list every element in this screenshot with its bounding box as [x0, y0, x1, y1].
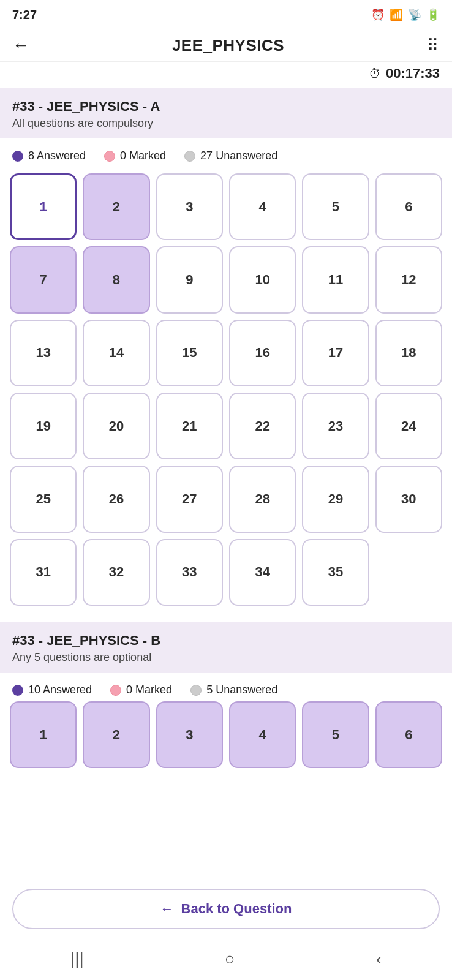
question-btn-1[interactable]: 1 [10, 173, 77, 240]
b-question-btn-5[interactable]: 5 [302, 701, 369, 768]
b-question-btn-3[interactable]: 3 [156, 701, 223, 768]
question-btn-21[interactable]: 21 [156, 393, 223, 459]
question-btn-30[interactable]: 30 [375, 466, 442, 532]
b-unanswered-label: 5 Unanswered [206, 684, 277, 696]
answered-dot [12, 151, 23, 162]
question-btn-12[interactable]: 12 [375, 246, 442, 313]
b-marked-stat: 0 Marked [110, 684, 172, 696]
alarm-icon: ⏰ [371, 8, 385, 21]
battery-icon: 🔋 [426, 8, 440, 21]
section-a-grid: 1234567891011121314151617181920212223242… [0, 173, 452, 616]
question-btn-13[interactable]: 13 [10, 320, 77, 386]
question-btn-9[interactable]: 9 [156, 246, 223, 313]
unanswered-label: 27 Unanswered [200, 149, 277, 162]
b-unanswered-dot [190, 685, 202, 696]
section-a-title: #33 - JEE_PHYSICS - A [12, 99, 440, 115]
question-btn-23[interactable]: 23 [302, 393, 369, 459]
question-btn-34[interactable]: 34 [229, 539, 296, 606]
nav-bar: ||| ○ ‹ [0, 938, 452, 980]
marked-dot [104, 151, 115, 162]
answered-stat: 8 Answered [12, 149, 86, 162]
answered-label: 8 Answered [28, 149, 86, 162]
section-b-header: #33 - JEE_PHYSICS - B Any 5 questions ar… [0, 622, 452, 673]
b-unanswered-stat: 5 Unanswered [190, 684, 277, 696]
b-question-btn-6[interactable]: 6 [375, 701, 442, 768]
question-btn-35[interactable]: 35 [302, 539, 369, 606]
b-marked-label: 0 Marked [126, 684, 172, 696]
question-btn-4[interactable]: 4 [229, 173, 296, 240]
section-b-stats: 10 Answered 0 Marked 5 Unanswered [0, 673, 452, 701]
question-btn-11[interactable]: 11 [302, 246, 369, 313]
status-icons: ⏰ 📶 📡 🔋 [371, 8, 440, 21]
b-marked-dot [110, 685, 121, 696]
b-answered-stat: 10 Answered [12, 684, 92, 696]
marked-label: 0 Marked [120, 149, 166, 162]
question-btn-28[interactable]: 28 [229, 466, 296, 532]
question-btn-17[interactable]: 17 [302, 320, 369, 386]
page-title: JEE_PHYSICS [172, 36, 284, 55]
question-btn-20[interactable]: 20 [83, 393, 149, 459]
section-b-title: #33 - JEE_PHYSICS - B [12, 633, 440, 649]
timer-icon: ⏱ [369, 67, 381, 81]
question-btn-22[interactable]: 22 [229, 393, 296, 459]
b-answered-dot [12, 685, 23, 696]
question-btn-16[interactable]: 16 [229, 320, 296, 386]
question-btn-2[interactable]: 2 [83, 173, 149, 240]
marked-stat: 0 Marked [104, 149, 166, 162]
section-b-grid: 123456 [0, 701, 452, 778]
status-time: 7:27 [12, 8, 37, 22]
question-btn-6[interactable]: 6 [375, 173, 442, 240]
question-btn-18[interactable]: 18 [375, 320, 442, 386]
b-question-btn-4[interactable]: 4 [229, 701, 296, 768]
section-b-subtitle: Any 5 questions are optional [12, 651, 440, 664]
unanswered-dot [184, 151, 195, 162]
back-label: Back to Question [181, 901, 292, 917]
question-btn-29[interactable]: 29 [302, 466, 369, 532]
section-a-subtitle: All questions are compulsory [12, 117, 440, 130]
wifi-icon: 📶 [390, 8, 403, 21]
question-btn-8[interactable]: 8 [83, 246, 149, 313]
question-btn-7[interactable]: 7 [10, 246, 77, 313]
timer-value: 00:17:33 [386, 66, 440, 81]
menu-button[interactable]: ⠿ [427, 36, 440, 55]
question-btn-27[interactable]: 27 [156, 466, 223, 532]
nav-recent-apps[interactable]: ||| [58, 947, 96, 971]
question-btn-15[interactable]: 15 [156, 320, 223, 386]
question-btn-14[interactable]: 14 [83, 320, 149, 386]
unanswered-stat: 27 Unanswered [184, 149, 277, 162]
status-bar: 7:27 ⏰ 📶 📡 🔋 [0, 0, 452, 29]
section-a-header: #33 - JEE_PHYSICS - A All questions are … [0, 88, 452, 138]
back-button[interactable]: ← [12, 36, 29, 55]
nav-home[interactable]: ○ [213, 947, 247, 971]
b-question-btn-2[interactable]: 2 [83, 701, 149, 768]
header: ← JEE_PHYSICS ⠿ [0, 29, 452, 62]
b-answered-label: 10 Answered [28, 684, 92, 696]
nav-back[interactable]: ‹ [364, 947, 394, 971]
signal-icon: 📡 [408, 8, 421, 21]
section-a-stats: 8 Answered 0 Marked 27 Unanswered [0, 138, 452, 173]
question-btn-5[interactable]: 5 [302, 173, 369, 240]
back-arrow-icon: ← [160, 901, 174, 917]
question-btn-26[interactable]: 26 [83, 466, 149, 532]
back-btn-container: ← Back to Question [0, 880, 452, 938]
question-btn-19[interactable]: 19 [10, 393, 77, 459]
timer-row: ⏱ 00:17:33 [0, 62, 452, 85]
question-btn-33[interactable]: 33 [156, 539, 223, 606]
question-btn-25[interactable]: 25 [10, 466, 77, 532]
question-btn-32[interactable]: 32 [83, 539, 149, 606]
question-btn-24[interactable]: 24 [375, 393, 442, 459]
question-btn-10[interactable]: 10 [229, 246, 296, 313]
back-to-question-button[interactable]: ← Back to Question [12, 889, 440, 929]
b-question-btn-1[interactable]: 1 [10, 701, 77, 768]
question-btn-3[interactable]: 3 [156, 173, 223, 240]
question-btn-31[interactable]: 31 [10, 539, 77, 606]
